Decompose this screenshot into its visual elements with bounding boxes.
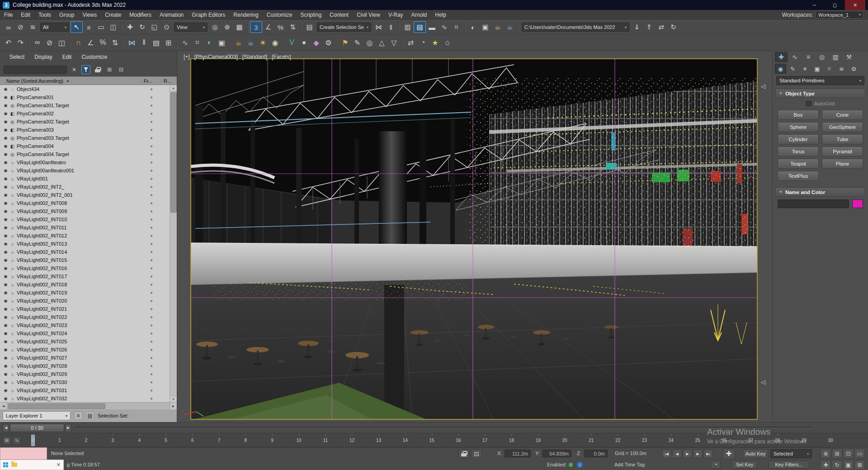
menu-views[interactable]: Views — [78, 10, 101, 19]
hash-grid-icon[interactable]: ⌗ — [191, 36, 203, 49]
viewport-shading-menu[interactable]: [Facets] — [272, 54, 291, 60]
visibility-eye-icon[interactable]: ◉ — [2, 315, 9, 319]
frozen-flag-icon[interactable]: * — [142, 249, 161, 255]
tube-button[interactable]: Tube — [822, 134, 863, 144]
helpers-subtab-icon[interactable]: ⌗ — [824, 64, 835, 74]
viewport-camera-menu[interactable]: [PhysCamera003] — [194, 54, 238, 60]
frame-tick-28[interactable]: 28 — [775, 438, 780, 443]
scene-object-row[interactable]: ◉☼VRayLight002_INT031* — [0, 386, 170, 394]
visibility-eye-icon[interactable]: ◉ — [2, 168, 9, 173]
frame-tick-2[interactable]: 2 — [85, 438, 88, 443]
sun-icon[interactable]: ☀ — [257, 36, 269, 49]
frozen-flag-icon[interactable]: * — [142, 225, 161, 231]
frame-tick-22[interactable]: 22 — [615, 438, 620, 443]
clear-search-icon[interactable]: ✕ — [70, 65, 79, 74]
create-selection-set-dropdown[interactable]: Create Selection Se▾ — [317, 23, 371, 32]
scene-object-row[interactable]: ◉◧PhysCamera004* — [0, 142, 170, 150]
frame-tick-11[interactable]: 11 — [323, 438, 328, 443]
scroll-right-icon[interactable]: ▶ — [170, 403, 177, 409]
frame-tick-15[interactable]: 15 — [429, 438, 434, 443]
render-iterative-teapot-icon[interactable]: ☕ — [504, 21, 516, 33]
filter-funnel-icon[interactable] — [81, 65, 90, 74]
frozen-flag-icon[interactable]: * — [142, 282, 161, 288]
column-render[interactable]: R... — [161, 78, 177, 84]
visibility-eye-icon[interactable]: ◉ — [2, 152, 9, 157]
menu-file[interactable]: File — [0, 10, 17, 19]
visibility-eye-icon[interactable]: ◉ — [2, 282, 9, 287]
frozen-flag-icon[interactable]: * — [142, 380, 161, 385]
visibility-eye-icon[interactable]: ◉ — [2, 323, 9, 328]
rendered-frame-icon[interactable]: ▣ — [479, 21, 491, 33]
visibility-eye-icon[interactable]: ◉ — [2, 111, 9, 116]
mirror-icon[interactable]: ⋈ — [373, 21, 385, 33]
hscrollbar-thumb[interactable] — [8, 404, 105, 409]
vertical-scrollbar[interactable]: ▲ ▼ — [170, 85, 177, 402]
render-production-teapot-icon[interactable]: ☕ — [491, 21, 504, 33]
select-and-manipulate-icon[interactable]: ⊕ — [221, 21, 233, 33]
scene-object-row[interactable]: ◉☼VRayLight002_INT016* — [0, 264, 170, 272]
import-arrow-icon[interactable]: ⇓ — [631, 21, 643, 33]
scene-object-row[interactable]: ◉☼VRayLight002_INT021* — [0, 305, 170, 313]
file-explorer-icon[interactable] — [11, 463, 17, 467]
menu-edit[interactable]: Edit — [17, 10, 34, 19]
undo-icon[interactable]: ↶ — [2, 36, 14, 49]
frozen-flag-icon[interactable]: * — [142, 306, 161, 312]
maxscript-mini-listener[interactable]: ✕ — [0, 447, 64, 470]
frame-tick-27[interactable]: 27 — [748, 438, 753, 443]
y-coordinate-field[interactable]: 54.839m — [542, 450, 571, 457]
hierarchy-tab-icon[interactable]: ≡ — [802, 52, 815, 62]
frame-tick-23[interactable]: 23 — [642, 438, 647, 443]
info-icon[interactable]: i — [577, 462, 583, 468]
menu-content[interactable]: Content — [326, 10, 353, 19]
frozen-flag-icon[interactable]: * — [142, 233, 161, 239]
scene-object-row[interactable]: ◉◎PhysCamera001.Target* — [0, 101, 170, 109]
scene-object-row[interactable]: ◉☼VRayLight002_INT017* — [0, 272, 170, 280]
angle-snap-icon[interactable]: ∠ — [262, 21, 274, 33]
sphere-shaded-icon[interactable]: ● — [298, 36, 310, 49]
curve-editor-icon[interactable]: ∿ — [438, 21, 450, 33]
reference-coordinate-dropdown[interactable]: View▾ — [174, 23, 208, 32]
select-and-move-icon[interactable]: ✚ — [124, 21, 136, 33]
unlink-selection-icon[interactable]: ⊘ — [14, 21, 27, 33]
set-key-button[interactable]: Set Key — [732, 461, 757, 469]
frozen-flag-icon[interactable]: * — [142, 388, 161, 394]
scene-object-row[interactable]: ◉☼VRayLight002_INT018* — [0, 280, 170, 289]
object-type-rollout[interactable]: ▼ Object Type — [775, 89, 865, 98]
frozen-flag-icon[interactable]: * — [142, 86, 161, 92]
scene-object-row[interactable]: ◉☼VRayLight002_INT027* — [0, 354, 170, 362]
visibility-eye-icon[interactable]: ◉ — [2, 290, 9, 295]
scene-object-row[interactable]: ◉☼VRayLight002_INT030* — [0, 378, 170, 386]
list-view-icon[interactable]: ≡ — [74, 412, 82, 420]
spacewarps-subtab-icon[interactable]: ≋ — [836, 64, 847, 74]
explorer-menu-customize[interactable]: Customize — [76, 54, 112, 60]
horizontal-scrollbar[interactable]: ◀ ▶ — [0, 402, 177, 409]
frozen-flag-icon[interactable]: * — [142, 257, 161, 263]
visibility-eye-icon[interactable]: ◉ — [2, 250, 9, 254]
menu-rendering[interactable]: Rendering — [229, 10, 262, 19]
menu-v-ray[interactable]: V-Ray — [384, 10, 407, 19]
frame-tick-21[interactable]: 21 — [589, 438, 594, 443]
frozen-flag-icon[interactable]: * — [142, 168, 161, 174]
frozen-flag-icon[interactable]: * — [142, 152, 161, 157]
frozen-flag-icon[interactable]: * — [142, 209, 161, 214]
object-color-swatch[interactable] — [852, 199, 863, 208]
frame-tick-9[interactable]: 9 — [271, 438, 274, 443]
close-icon[interactable]: ✕ — [57, 462, 61, 468]
visibility-eye-icon[interactable]: ◉ — [2, 266, 9, 271]
grid-box-icon[interactable]: ⊞ — [162, 36, 175, 49]
schematic-view-icon[interactable]: ⌗ — [450, 21, 462, 33]
orbit-icon[interactable]: ↻ — [832, 460, 842, 470]
frozen-flag-icon[interactable]: * — [142, 314, 161, 320]
menu-modifiers[interactable]: Modifiers — [125, 10, 156, 19]
diamond-icon[interactable]: ◆ — [310, 36, 322, 49]
add-time-tag[interactable]: Add Time Tag — [614, 462, 645, 467]
minimize-button[interactable]: ─ — [804, 0, 825, 10]
visibility-eye-icon[interactable]: ◉ — [2, 193, 9, 197]
frozen-flag-icon[interactable]: * — [142, 143, 161, 149]
visibility-eye-icon[interactable]: ◉ — [2, 347, 9, 352]
flag-icon[interactable]: ⚑ — [339, 36, 351, 49]
scene-object-row[interactable]: ◉☼VRayLight001* — [0, 175, 170, 183]
target-circle-icon[interactable]: ◎ — [363, 36, 376, 49]
frame-tick-7[interactable]: 7 — [218, 438, 221, 443]
create-tab-icon[interactable]: ✚ — [775, 52, 788, 62]
